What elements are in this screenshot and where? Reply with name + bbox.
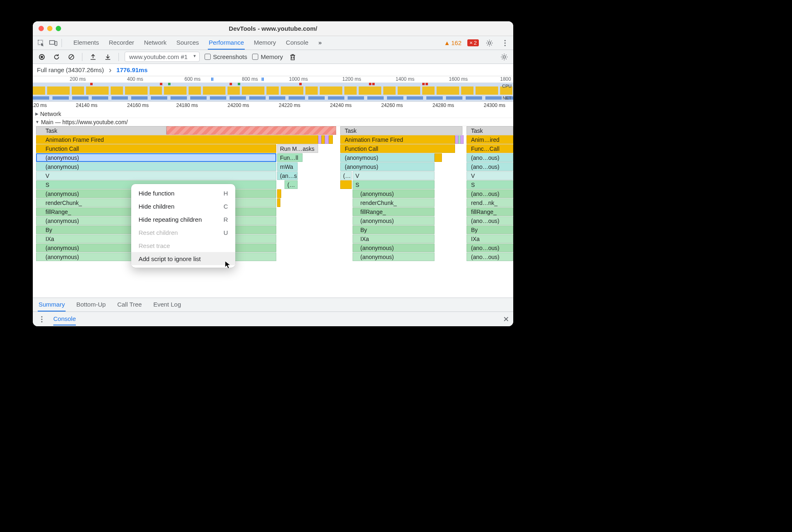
flame-anonymous[interactable]: (ano…ous) [467, 216, 513, 225]
device-toolbar-icon[interactable] [48, 38, 58, 48]
flame-anonymous[interactable]: (anonymous) [353, 243, 435, 252]
main-track-header[interactable]: ▼ Main — https://www.youtube.com/ [33, 118, 513, 126]
flame-anonymous[interactable]: (ano…ous) [467, 189, 513, 198]
flame-s[interactable]: S [467, 180, 513, 189]
upload-icon[interactable] [88, 52, 98, 62]
flame-renderchunk[interactable]: rend…nk_ [467, 198, 513, 207]
errors-badge[interactable]: ✕ 2 [467, 39, 479, 46]
flame-block[interactable] [318, 135, 321, 144]
flame-anonymous[interactable]: (anonymous) [353, 252, 435, 261]
flame-chart[interactable]: ▶ Network ▼ Main — https://www.youtube.c… [33, 110, 513, 298]
flame-block[interactable] [460, 135, 464, 144]
tab-call-tree[interactable]: Call Tree [116, 298, 143, 311]
flame-anonymous[interactable]: (ano…ous) [467, 252, 513, 261]
overview-ruler[interactable]: 200 ms 400 ms 600 ms ⏸ 800 ms ⏸ 1000 ms … [33, 76, 513, 83]
flame-anonymous[interactable]: (anonymous) [353, 189, 435, 198]
flame-animation-frame-fired[interactable]: Animation Frame Fired [340, 135, 455, 144]
gc-icon[interactable] [288, 52, 298, 62]
flame-task[interactable]: Task [467, 126, 513, 135]
tab-memory[interactable]: Memory [253, 36, 277, 50]
flame-task[interactable]: Task [340, 126, 462, 135]
flame-function-call[interactable]: Function Call [36, 144, 276, 153]
menu-add-to-ignore-list[interactable]: Add script to ignore list [131, 252, 235, 265]
flame-v[interactable]: V [353, 171, 435, 180]
flame-task-long[interactable] [166, 126, 336, 135]
flame-block[interactable] [325, 135, 329, 144]
flame-animation-frame-fired[interactable]: Animation Frame Fired [36, 135, 318, 144]
tabs-overflow-icon[interactable]: » [317, 36, 322, 50]
menu-hide-function[interactable]: Hide function H [131, 186, 235, 200]
flame-block[interactable] [435, 153, 442, 162]
tab-bottom-up[interactable]: Bottom-Up [75, 298, 107, 311]
flame-anonymous[interactable]: (anonymous) [36, 162, 276, 171]
flame-function-call[interactable]: Func…Call [467, 144, 513, 153]
flame-v[interactable]: V [467, 171, 513, 180]
flame-anonymous[interactable]: (ano…ous) [467, 162, 513, 171]
flame-renderchunk[interactable]: renderChunk_ [353, 198, 435, 207]
flame-block[interactable] [277, 189, 281, 198]
flame-function-call[interactable]: Function Call [340, 144, 455, 153]
flame-block[interactable]: Fun…ll [277, 153, 303, 162]
flame-task[interactable]: Task [36, 126, 166, 135]
network-track-header[interactable]: ▶ Network [33, 110, 513, 118]
memory-checkbox[interactable]: Memory [252, 53, 283, 60]
flame-run-microtasks[interactable]: Run M…asks [277, 144, 318, 153]
flame-block[interactable]: (an…s) [277, 171, 298, 180]
flame-block[interactable] [455, 135, 458, 144]
console-tab[interactable]: Console [53, 315, 76, 325]
flame-s[interactable]: S [353, 180, 435, 189]
kebab-menu-icon[interactable] [500, 38, 510, 48]
net-label: NET [503, 95, 512, 100]
tab-performance[interactable]: Performance [208, 36, 245, 50]
flame-fillrange[interactable]: fillRange_ [467, 207, 513, 216]
kebab-menu-icon[interactable] [37, 314, 47, 324]
clear-icon[interactable] [66, 52, 76, 62]
flame-by[interactable]: By [467, 225, 513, 234]
settings-gear-icon[interactable] [485, 38, 494, 48]
flame-v[interactable]: V [36, 171, 276, 180]
close-drawer-icon[interactable]: ✕ [503, 315, 509, 324]
flame-by[interactable]: By [353, 225, 435, 234]
svg-point-14 [41, 318, 42, 320]
capture-settings-gear-icon[interactable] [499, 52, 509, 62]
flame-anonymous[interactable]: (ano…ous) [467, 153, 513, 162]
flame-anonymous[interactable]: (anonymous) [353, 216, 435, 225]
inspect-icon[interactable] [36, 38, 46, 48]
flame-anonymous-selected[interactable]: (anonymous) [36, 153, 276, 162]
flame-block[interactable] [277, 198, 280, 207]
tab-sources[interactable]: Sources [175, 36, 200, 50]
download-icon[interactable] [103, 52, 113, 62]
recording-dropdown[interactable]: www.youtube.com #1 [125, 52, 200, 62]
flame-fillrange[interactable]: fillRange_ [353, 207, 435, 216]
flame-block[interactable]: mWa [277, 162, 298, 171]
tab-event-log[interactable]: Event Log [152, 298, 182, 311]
menu-hide-repeating-children[interactable]: Hide repeating children R [131, 213, 235, 226]
flame-block[interactable] [340, 180, 352, 189]
menu-hide-children[interactable]: Hide children C [131, 200, 235, 213]
detail-ruler[interactable]: 120 ms 24140 ms 24160 ms 24180 ms 24200 … [33, 102, 513, 110]
flame-block[interactable] [321, 135, 325, 144]
flame-ixa[interactable]: IXa [467, 234, 513, 243]
ruler-tick: 800 ms [242, 76, 258, 82]
tab-summary[interactable]: Summary [38, 298, 66, 311]
flame-block[interactable]: (… [284, 180, 298, 189]
screenshots-checkbox[interactable]: Screenshots [205, 53, 247, 60]
flame-animation-frame-fired[interactable]: Anim…ired [467, 135, 513, 144]
flame-ixa[interactable]: IXa [353, 234, 435, 243]
tab-network[interactable]: Network [143, 36, 167, 50]
warnings-badge[interactable]: ▲ 162 [444, 39, 462, 46]
flame-block[interactable] [329, 135, 333, 144]
tab-elements[interactable]: Elements [73, 36, 100, 50]
record-icon[interactable] [37, 52, 47, 62]
flame-anonymous[interactable]: (anonymous) [340, 153, 435, 162]
flame-rows: Task Task Task Animation Frame Fired Ani… [33, 126, 513, 261]
tab-console[interactable]: Console [285, 36, 309, 50]
reload-icon[interactable] [52, 52, 61, 62]
overview-chart[interactable]: CPU NET [33, 83, 513, 102]
flame-block[interactable]: (… [340, 171, 352, 180]
breadcrumb-selection[interactable]: 1776.91ms [116, 66, 148, 73]
flame-anonymous[interactable]: (ano…ous) [467, 243, 513, 252]
flame-anonymous[interactable]: (anonymous) [340, 162, 435, 171]
tab-recorder[interactable]: Recorder [108, 36, 135, 50]
breadcrumb-full-range[interactable]: Full range (34307.26ms) [37, 66, 104, 73]
